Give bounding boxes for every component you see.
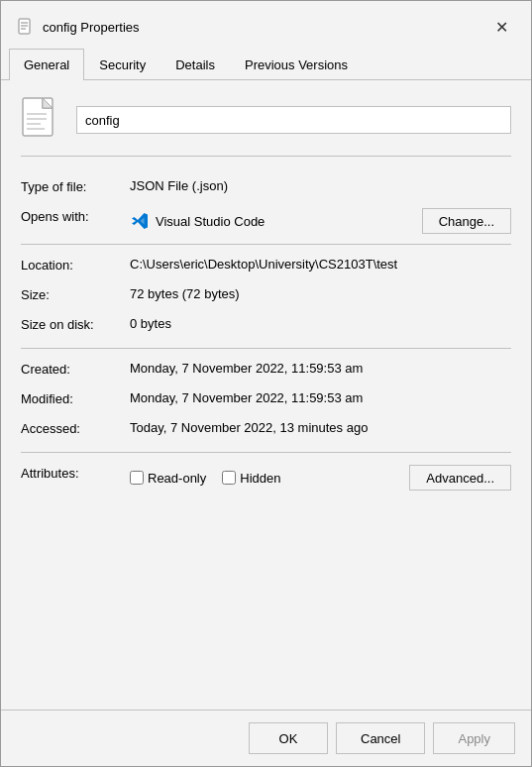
file-type-icon xyxy=(21,96,60,144)
tab-security[interactable]: Security xyxy=(84,49,160,80)
opens-with-label: Opens with: xyxy=(21,208,130,224)
opens-with-app: Visual Studio Code xyxy=(130,211,422,231)
file-name-input[interactable] xyxy=(76,106,511,134)
tab-previous-versions[interactable]: Previous Versions xyxy=(230,49,363,80)
dialog-footer: OK Cancel Apply xyxy=(1,710,531,766)
hidden-checkbox-label[interactable]: Hidden xyxy=(222,471,280,486)
location-label: Location: xyxy=(21,257,130,273)
readonly-checkbox[interactable] xyxy=(130,471,144,485)
title-bar-left: config Properties xyxy=(17,18,140,36)
accessed-row: Accessed: Today, 7 November 2022, 13 min… xyxy=(21,420,511,442)
location-row: Location: C:\Users\eric\Desktop\Universi… xyxy=(21,257,511,278)
size-on-disk-value: 0 bytes xyxy=(130,316,511,331)
attributes-section: Attributes: Read-only Hidden Advanced... xyxy=(21,455,511,500)
hidden-label: Hidden xyxy=(240,471,280,486)
created-label: Created: xyxy=(21,361,130,377)
attributes-row: Attributes: Read-only Hidden Advanced... xyxy=(21,465,511,491)
change-button[interactable]: Change... xyxy=(422,208,511,234)
vscode-icon xyxy=(130,211,150,231)
size-row: Size: 72 bytes (72 bytes) xyxy=(21,286,511,308)
hidden-checkbox[interactable] xyxy=(222,471,236,485)
readonly-label: Read-only xyxy=(148,471,206,486)
attributes-label: Attributes: xyxy=(21,465,130,481)
accessed-value: Today, 7 November 2022, 13 minutes ago xyxy=(130,420,511,435)
close-button[interactable]: ✕ xyxy=(487,13,515,41)
modified-value: Monday, 7 November 2022, 11:59:53 am xyxy=(130,390,511,405)
size-on-disk-row: Size on disk: 0 bytes xyxy=(21,316,511,338)
attributes-checkboxes: Read-only Hidden xyxy=(130,471,409,486)
size-value: 72 bytes (72 bytes) xyxy=(130,286,511,301)
attributes-content: Read-only Hidden Advanced... xyxy=(130,465,511,491)
ok-button[interactable]: OK xyxy=(249,722,328,754)
type-of-file-label: Type of file: xyxy=(21,178,130,194)
file-type-section: Type of file: JSON File (.json) Opens wi… xyxy=(21,168,511,245)
window-title: config Properties xyxy=(43,20,140,35)
size-label: Size: xyxy=(21,286,130,302)
location-value: C:\Users\eric\Desktop\University\CS2103T… xyxy=(130,257,511,272)
title-bar: config Properties ✕ xyxy=(1,1,531,49)
location-size-section: Location: C:\Users\eric\Desktop\Universi… xyxy=(21,247,511,349)
type-of-file-value: JSON File (.json) xyxy=(130,178,511,193)
file-header xyxy=(21,96,511,157)
modified-row: Modified: Monday, 7 November 2022, 11:59… xyxy=(21,390,511,412)
timestamps-section: Created: Monday, 7 November 2022, 11:59:… xyxy=(21,351,511,453)
accessed-label: Accessed: xyxy=(21,420,130,436)
opens-with-content: Visual Studio Code Change... xyxy=(130,208,511,234)
readonly-checkbox-label[interactable]: Read-only xyxy=(130,471,206,486)
tab-details[interactable]: Details xyxy=(160,49,230,80)
apply-button[interactable]: Apply xyxy=(433,722,515,754)
tab-general[interactable]: General xyxy=(9,49,84,80)
tab-content-general: Type of file: JSON File (.json) Opens wi… xyxy=(1,80,531,710)
opens-with-row: Opens with: Visual Studio Code Change... xyxy=(21,208,511,234)
modified-label: Modified: xyxy=(21,390,130,406)
properties-dialog: config Properties ✕ General Security Det… xyxy=(0,0,532,767)
size-on-disk-label: Size on disk: xyxy=(21,316,130,332)
opens-with-app-name: Visual Studio Code xyxy=(156,214,265,229)
type-of-file-row: Type of file: JSON File (.json) xyxy=(21,178,511,200)
cancel-button[interactable]: Cancel xyxy=(336,722,425,754)
tab-bar: General Security Details Previous Versio… xyxy=(1,49,531,80)
created-row: Created: Monday, 7 November 2022, 11:59:… xyxy=(21,361,511,383)
created-value: Monday, 7 November 2022, 11:59:53 am xyxy=(130,361,511,376)
file-title-icon xyxy=(17,18,35,36)
advanced-button[interactable]: Advanced... xyxy=(409,465,511,491)
